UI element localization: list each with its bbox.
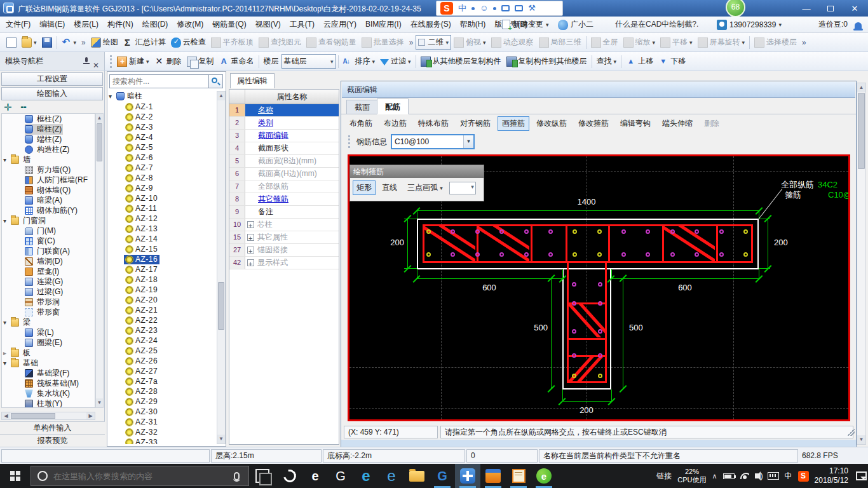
module-tree-item[interactable]: 板 [2, 348, 95, 358]
scroll-down-arrow[interactable]: ▼ [96, 398, 103, 407]
module-tree-item[interactable]: 门联窗(A) [2, 246, 95, 256]
wifi-icon[interactable] [740, 473, 749, 479]
rebar-dot[interactable] [548, 252, 553, 257]
rebar-dot[interactable] [719, 252, 724, 257]
rebar-dot[interactable] [426, 229, 431, 234]
view-rebar-qty-button[interactable]: 查看钢筋量 [304, 35, 359, 50]
taskbar-app-button[interactable] [277, 464, 302, 488]
property-row[interactable]: 2 类别 [229, 117, 339, 130]
single-component-input-button[interactable]: 单构件输入 [0, 421, 105, 434]
module-tree-item[interactable]: 砌体加筋(Y) [2, 205, 95, 215]
tree-expander-icon[interactable] [3, 156, 11, 163]
draw-stirrup-palette[interactable]: 绘制箍筋 矩形 直线 三点画弧 ▾ [349, 165, 484, 201]
menu-item[interactable]: 绘图(D) [138, 17, 173, 32]
menu-item[interactable]: 楼层(L) [69, 17, 103, 32]
pan-button[interactable]: 平移▾ [658, 35, 695, 50]
toolbar-overflow-chevron[interactable]: » [407, 38, 416, 47]
orbit-button[interactable]: 动态观察 [489, 35, 536, 50]
rebar-dot[interactable] [719, 229, 724, 234]
rebar-dot[interactable] [695, 252, 699, 257]
property-name[interactable]: 截面编辑 [245, 130, 339, 142]
menu-item[interactable]: 帮助(H) [456, 17, 491, 32]
module-tree-item[interactable]: 集水坑(K) [2, 388, 95, 398]
rebar-tool-button[interactable]: 端头伸缩 [658, 116, 697, 131]
module-tree-item[interactable]: 端柱(Z) [2, 134, 95, 144]
rebar-tool-button[interactable]: 修改箍筋 [574, 116, 613, 131]
save-button[interactable] [39, 35, 55, 50]
component-item[interactable]: AZ-2 [109, 112, 217, 122]
rebar-dot[interactable] [598, 353, 602, 358]
pin-icon[interactable] [85, 57, 88, 62]
rebar-dot[interactable] [475, 229, 480, 234]
property-row[interactable]: 27 锚固搭接 [229, 244, 339, 257]
workarea-scrollbar[interactable]: ▲ ▼ [857, 83, 866, 445]
expand-plus-icon[interactable] [247, 259, 254, 266]
component-item[interactable]: AZ-10 [109, 193, 217, 203]
component-item[interactable]: AZ-33 [109, 437, 217, 444]
component-item[interactable]: AZ-7a [109, 376, 217, 386]
rebar-dot[interactable] [451, 252, 455, 257]
property-row[interactable]: 7 全部纵筋 [229, 180, 339, 193]
tree-expander-icon[interactable] [3, 319, 11, 326]
nav-tree-scrollbar[interactable]: ▲ ▼ [95, 113, 104, 408]
ime-keyboard-icon[interactable] [501, 5, 510, 11]
taskbar-app-button[interactable]: e [302, 464, 328, 488]
tree-expander-icon[interactable] [3, 360, 11, 367]
view-mode-combo[interactable]: 二维▾ [416, 35, 451, 50]
arc-tool-button[interactable]: 三点画弧 ▾ [403, 180, 447, 195]
rebar-dot[interactable] [524, 252, 529, 257]
property-row[interactable]: 10 芯柱 [229, 219, 339, 231]
project-settings-button[interactable]: 工程设置 [1, 72, 103, 86]
draw-input-button[interactable]: 绘图输入 [1, 87, 103, 100]
property-row[interactable]: 8 其它箍筋 [229, 193, 339, 206]
rect-tool-button[interactable]: 矩形 [353, 180, 376, 195]
component-item[interactable]: AZ-26 [109, 356, 217, 366]
module-tree-item[interactable]: 柱墩(Y) [2, 398, 95, 408]
tab-section[interactable]: 截面 [346, 100, 378, 114]
rebar-tool-button[interactable]: 修改纵筋 [532, 116, 571, 131]
notification-bell-button[interactable] [855, 17, 862, 32]
chevron-down-icon[interactable]: ▼ [463, 135, 473, 148]
taskbar-app-button[interactable] [480, 464, 506, 488]
scrollbar-thumb[interactable] [11, 413, 55, 419]
module-tree-item[interactable]: 带形窗 [2, 307, 95, 317]
scrollbar-thumb[interactable] [97, 123, 102, 161]
rebar-tool-button[interactable]: 布边筋 [379, 116, 411, 131]
component-item[interactable]: AZ-18 [109, 274, 217, 285]
taskbar-app-button[interactable] [455, 464, 480, 488]
component-item[interactable]: AZ-5 [109, 142, 217, 152]
property-name[interactable]: 锚固搭接 [245, 244, 339, 256]
component-item[interactable]: AZ-13 [109, 224, 217, 234]
module-tree-item[interactable]: 壁龛(I) [2, 266, 95, 276]
rebar-dot[interactable] [572, 329, 576, 334]
module-tree-item[interactable]: 暗梁(A) [2, 195, 95, 205]
rebar-dot[interactable] [621, 229, 626, 234]
search-button[interactable] [209, 74, 223, 88]
sort-button[interactable]: 排序▾ [341, 54, 378, 69]
component-item[interactable]: AZ-15 [109, 244, 217, 254]
component-item[interactable]: AZ-6 [109, 152, 217, 163]
tip-question-link[interactable]: 什么是在CAD中绘制截?. [615, 17, 698, 32]
module-tree-item[interactable]: 框柱(Z) [2, 114, 95, 124]
property-name[interactable]: 全部纵筋 [245, 180, 339, 193]
scroll-down-arrow[interactable]: ▼ [217, 435, 225, 444]
undo-button[interactable]: ▾ [59, 35, 79, 50]
tree-expander-icon[interactable]: ▾ [109, 93, 116, 100]
rebar-dot[interactable] [598, 282, 602, 287]
ime-skin-icon[interactable]: ⚒ [528, 1, 536, 15]
palette-combo[interactable] [449, 182, 476, 194]
rebar-dot[interactable] [598, 329, 602, 334]
sogou-tray-icon[interactable]: S [798, 471, 809, 482]
battery-icon[interactable] [723, 473, 735, 479]
module-tree-item[interactable]: 梁 [2, 317, 95, 327]
component-item[interactable]: AZ-27 [109, 366, 217, 376]
select-floor-button[interactable]: 选择楼层 [752, 35, 799, 50]
toolbar-overflow-chevron[interactable]: » [799, 38, 809, 47]
open-file-button[interactable]: ▾ [19, 35, 39, 50]
component-item[interactable]: AZ-9 [109, 183, 217, 193]
taskbar-app-button[interactable]: e [531, 464, 557, 488]
module-tree-item[interactable]: 门(M) [2, 226, 95, 236]
property-row[interactable]: 5 截面宽(B边)(mm) [229, 155, 339, 168]
search-component-input[interactable] [109, 74, 209, 88]
rebar-dot[interactable] [597, 252, 602, 257]
